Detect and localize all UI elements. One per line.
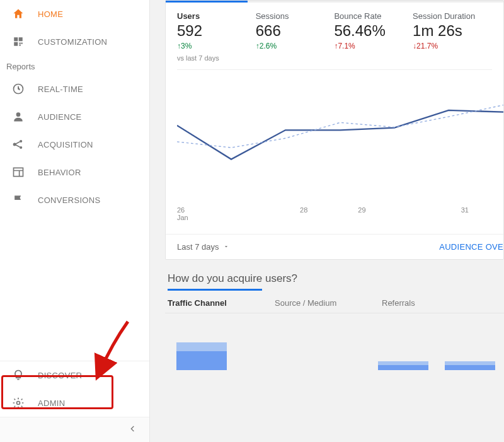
stat-users[interactable]: Users 592 ↑3% <box>177 11 256 50</box>
chart-line-current <box>177 110 503 160</box>
nav-conversions[interactable]: CONVERSIONS <box>0 186 149 214</box>
chart-x-axis: 26Jan 28 29 31 <box>177 204 503 221</box>
reports-heading: Reports <box>0 55 149 75</box>
nav-acquisition[interactable]: ACQUISITION <box>0 131 149 158</box>
svg-rect-2 <box>14 42 18 46</box>
clock-icon <box>11 82 25 96</box>
nav-label: REAL-TIME <box>38 84 83 94</box>
stat-delta: ↑2.6% <box>256 42 335 50</box>
sidebar: HOME CUSTOMIZATION Reports REAL-TIME AUD… <box>0 0 150 442</box>
stat-label: Sessions <box>256 11 335 21</box>
svg-rect-11 <box>14 168 23 176</box>
tab-referrals[interactable]: Referrals <box>382 298 489 308</box>
channel-tabs: Traffic Channel Source / Medium Referral… <box>165 291 504 313</box>
web-icon <box>11 165 25 179</box>
audience-overview-link[interactable]: AUDIENCE OVE <box>439 242 503 252</box>
overview-card: Users 592 ↑3% Sessions 666 ↑2.6% Bounce … <box>165 0 504 260</box>
nav-label: HOME <box>38 9 63 19</box>
svg-rect-4 <box>21 43 23 44</box>
stat-value: 56.46% <box>334 22 413 40</box>
tab-source-medium[interactable]: Source / Medium <box>275 298 382 308</box>
nav-home[interactable]: HOME <box>0 0 149 28</box>
svg-rect-1 <box>19 37 23 41</box>
stat-delta: ↓21.7% <box>413 42 503 50</box>
nav-label: AUDIENCE <box>38 112 82 122</box>
main-content: Users 592 ↑3% Sessions 666 ↑2.6% Bounce … <box>150 0 504 442</box>
caret-down-icon <box>223 242 229 252</box>
date-range-selector[interactable]: Last 7 days <box>177 242 229 252</box>
nav-label: ADMIN <box>38 398 65 408</box>
users-line-chart <box>177 78 503 204</box>
person-icon <box>11 110 25 124</box>
stat-bounce[interactable]: Bounce Rate 56.46% ↑7.1% <box>334 11 413 50</box>
gear-icon <box>11 396 25 410</box>
chevron-left-icon <box>128 424 138 436</box>
nav-label: CONVERSIONS <box>38 195 100 205</box>
stat-label: Users <box>177 11 256 21</box>
channel-bar-chart <box>165 313 504 370</box>
stat-sessions[interactable]: Sessions 666 ↑2.6% <box>256 11 335 50</box>
nav-label: CUSTOMIZATION <box>38 37 107 47</box>
nav-label: BEHAVIOR <box>38 168 81 177</box>
nav-realtime[interactable]: REAL-TIME <box>0 75 149 103</box>
dashboard-icon <box>11 35 25 49</box>
flag-icon <box>11 193 25 207</box>
svg-rect-3 <box>20 43 21 44</box>
stat-delta: ↑3% <box>177 42 256 50</box>
share-icon <box>11 137 25 151</box>
stat-duration[interactable]: Session Duration 1m 26s ↓21.7% <box>413 11 503 50</box>
nav-label: DISCOVER <box>38 371 82 380</box>
lightbulb-icon <box>11 368 25 382</box>
nav-behavior[interactable]: BEHAVIOR <box>0 158 149 186</box>
date-range-label: Last 7 days <box>177 242 219 252</box>
nav-discover[interactable]: DISCOVER <box>0 361 149 389</box>
stat-value: 592 <box>177 22 256 40</box>
svg-point-12 <box>17 402 20 405</box>
home-icon <box>11 7 25 21</box>
svg-point-7 <box>16 112 21 117</box>
stat-value: 1m 26s <box>413 22 503 40</box>
nav-audience[interactable]: AUDIENCE <box>0 103 149 131</box>
tab-traffic-channel[interactable]: Traffic Channel <box>168 298 275 308</box>
bar-stack <box>445 361 495 370</box>
stat-value: 666 <box>256 22 335 40</box>
stat-label: Bounce Rate <box>334 11 413 21</box>
svg-rect-5 <box>20 45 21 46</box>
chart-line-previous <box>177 105 503 148</box>
stat-tab-indicator <box>166 1 503 3</box>
bar-stack <box>176 342 227 370</box>
nav-customization[interactable]: CUSTOMIZATION <box>0 28 149 55</box>
stat-delta: ↑7.1% <box>334 42 413 50</box>
nav-label: ACQUISITION <box>38 140 93 149</box>
acquire-users-heading: How do you acquire users? <box>165 260 504 289</box>
stat-label: Session Duration <box>413 11 503 21</box>
sidebar-collapse-button[interactable] <box>0 417 149 442</box>
nav-admin[interactable]: ADMIN <box>0 389 149 417</box>
bar-stack <box>378 361 428 370</box>
comparison-label: vs last 7 days <box>166 54 503 66</box>
svg-rect-0 <box>14 37 18 41</box>
